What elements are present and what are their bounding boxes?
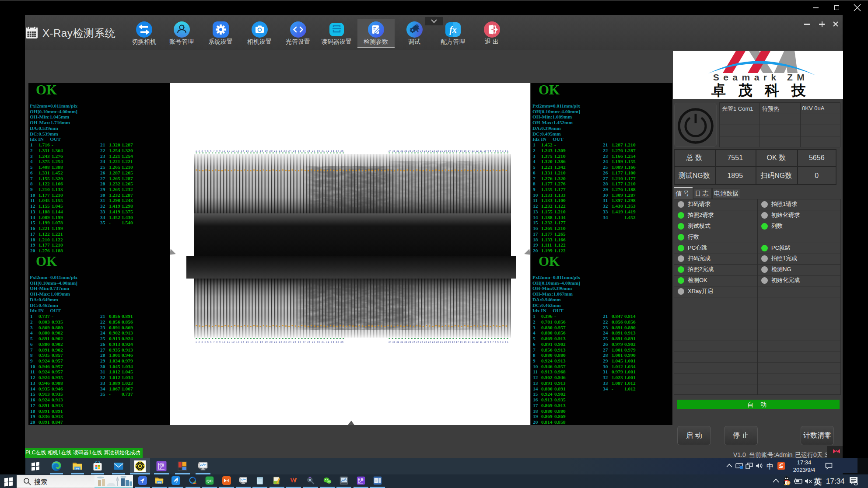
svg-text:QC: QC	[206, 479, 213, 483]
svg-text:34 33 32 31 30 29 28 27 26 25: 34 33 32 31 30 29 28 27 26 25 24 23 22 2…	[388, 150, 508, 152]
svg-text:Seamark ZM: Seamark ZM	[713, 72, 809, 82]
svg-text:1 2 3 4 5 6 7 8 9 10 11 12 13: 1 2 3 4 5 6 7 8 9 10 11 12 13 14 15 16 1…	[196, 341, 343, 343]
svg-text:卓茂科技: 卓茂科技	[711, 82, 818, 98]
svg-text:fx: fx	[449, 25, 457, 35]
svg-text:1 2 3 4 5 6 7 8 9 10 11 12 13: 1 2 3 4 5 6 7 8 9 10 11 12 13 14 15 16 1…	[196, 150, 343, 152]
svg-text:34 33 32 31 30 29 28 27 26 25: 34 33 32 31 30 29 28 27 26 25 24 23 22 2…	[388, 341, 508, 343]
